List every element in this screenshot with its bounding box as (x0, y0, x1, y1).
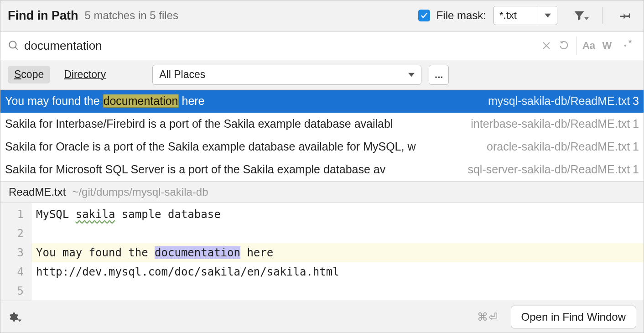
gutter-line: 2 (0, 224, 31, 243)
match-case-toggle[interactable]: Aa (580, 36, 598, 55)
chevron-down-icon (18, 318, 21, 323)
gutter-line: 4 (0, 262, 31, 281)
result-path: sql-server-sakila-db/ReadME.txt (467, 163, 630, 176)
svg-point-0 (9, 42, 16, 48)
results-list: You may found the documentation here mys… (0, 90, 644, 182)
scope-combo[interactable]: All Places (152, 65, 421, 85)
result-text: You may found the documentation here (5, 94, 484, 108)
code-line: http://dev.mysql.com/doc/sakila/en/sakil… (31, 262, 644, 281)
match-count-label: 5 matches in 5 files (85, 9, 178, 22)
result-row[interactable]: Sakila for Microsoft SQL Server is a por… (0, 158, 644, 181)
file-mask-input[interactable] (494, 6, 538, 25)
separator (576, 36, 577, 55)
gutter-line: 1 (0, 205, 31, 224)
preview-filename: ReadME.txt (9, 186, 66, 198)
code-line: MySQL sakila sample database (31, 205, 644, 224)
gutter: 1 2 3 4 5 (0, 203, 31, 301)
code-line (31, 224, 644, 243)
dialog-title: Find in Path (8, 9, 78, 23)
separator (602, 7, 602, 24)
whole-words-toggle[interactable]: W (598, 36, 616, 55)
svg-line-1 (15, 47, 17, 50)
tab-scope[interactable]: Scope (8, 66, 50, 83)
history-icon (559, 40, 570, 51)
search-icon (8, 40, 20, 52)
pin-icon (619, 9, 632, 22)
gutter-line: 5 (0, 281, 31, 301)
result-line-number: 1 (633, 117, 639, 130)
regex-toggle[interactable]: • * (616, 36, 634, 55)
result-row[interactable]: You may found the documentation here mys… (0, 90, 644, 113)
file-mask-checkbox[interactable] (418, 10, 430, 21)
result-path: interbase-sakila-db/ReadME.txt (471, 117, 630, 130)
result-text: Sakila for Oracle is a port of the Sakil… (5, 140, 483, 153)
file-mask-combo[interactable] (493, 6, 557, 25)
preview-editor[interactable]: 1 2 3 4 5 MySQL sakila sample database Y… (0, 203, 644, 301)
result-row[interactable]: Sakila for Interbase/Firebird is a port … (0, 113, 644, 135)
filter-button[interactable] (570, 6, 591, 25)
close-icon (542, 42, 551, 50)
result-line-number: 1 (633, 163, 639, 176)
file-mask-label: File mask: (436, 9, 486, 22)
dialog-header: Find in Path 5 matches in 5 files File m… (0, 0, 644, 32)
result-text: Sakila for Interbase/Firebird is a port … (5, 117, 467, 130)
chevron-down-icon (545, 13, 551, 18)
result-line-number: 3 (633, 94, 639, 108)
pin-button[interactable] (615, 6, 636, 25)
chevron-down-icon (408, 73, 415, 77)
result-row[interactable]: Sakila for Oracle is a port of the Sakil… (0, 135, 644, 158)
preview-header: ReadME.txt ~/git/dumps/mysql-sakila-db (0, 182, 644, 203)
dialog-footer: ⌘⏎ Open in Find Window (0, 301, 644, 333)
scope-selection-label: All Places (159, 68, 205, 81)
chevron-down-icon (584, 16, 589, 21)
result-line-number: 1 (633, 140, 639, 153)
scope-browse-button[interactable]: ... (429, 65, 449, 85)
history-button[interactable] (556, 36, 574, 55)
open-in-find-window-button[interactable]: Open in Find Window (511, 306, 636, 328)
regex-icon: • (624, 42, 627, 49)
code-line: You may found the documentation here (31, 243, 644, 262)
result-path: mysql-sakila-db/ReadME.txt (488, 94, 630, 108)
code-area[interactable]: MySQL sakila sample database You may fou… (31, 203, 644, 301)
result-path: oracle-sakila-db/ReadME.txt (487, 140, 630, 153)
keyboard-shortcut-hint: ⌘⏎ (477, 311, 498, 323)
settings-button[interactable] (8, 310, 21, 324)
preview-filepath: ~/git/dumps/mysql-sakila-db (72, 186, 208, 198)
code-line (31, 281, 644, 301)
result-text: Sakila for Microsoft SQL Server is a por… (5, 163, 464, 176)
funnel-icon (573, 9, 586, 22)
file-mask-dropdown-arrow[interactable] (538, 6, 557, 25)
gear-icon (8, 311, 19, 323)
search-input[interactable] (24, 39, 537, 53)
tab-directory[interactable]: Directory (57, 66, 112, 83)
search-row: Aa W • * (0, 32, 644, 60)
gutter-line: 3 (0, 243, 31, 262)
scope-row: Scope Directory All Places ... (0, 60, 644, 90)
check-icon (420, 11, 428, 20)
clear-search-button[interactable] (537, 36, 556, 55)
